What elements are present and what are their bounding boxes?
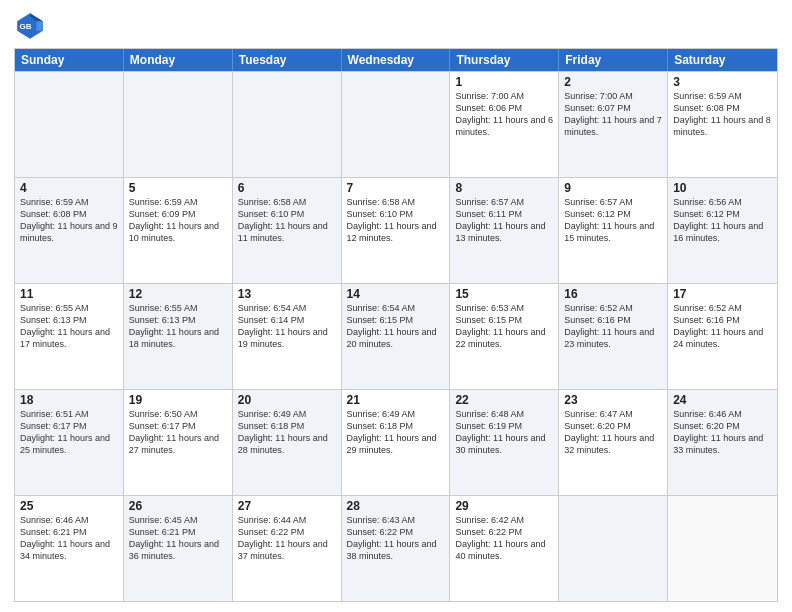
page: GB SundayMondayTuesdayWednesdayThursdayF… xyxy=(0,0,792,612)
day-number: 29 xyxy=(455,499,553,513)
day-cell-18: 18Sunrise: 6:51 AM Sunset: 6:17 PM Dayli… xyxy=(15,390,124,495)
day-number: 7 xyxy=(347,181,445,195)
calendar-header: SundayMondayTuesdayWednesdayThursdayFrid… xyxy=(15,49,777,71)
day-header-saturday: Saturday xyxy=(668,49,777,71)
calendar-row-2: 11Sunrise: 6:55 AM Sunset: 6:13 PM Dayli… xyxy=(15,283,777,389)
day-info: Sunrise: 6:42 AM Sunset: 6:22 PM Dayligh… xyxy=(455,514,553,563)
calendar-row-1: 4Sunrise: 6:59 AM Sunset: 6:08 PM Daylig… xyxy=(15,177,777,283)
day-info: Sunrise: 6:49 AM Sunset: 6:18 PM Dayligh… xyxy=(238,408,336,457)
day-info: Sunrise: 6:58 AM Sunset: 6:10 PM Dayligh… xyxy=(347,196,445,245)
day-cell-10: 10Sunrise: 6:56 AM Sunset: 6:12 PM Dayli… xyxy=(668,178,777,283)
day-cell-23: 23Sunrise: 6:47 AM Sunset: 6:20 PM Dayli… xyxy=(559,390,668,495)
day-header-friday: Friday xyxy=(559,49,668,71)
day-number: 28 xyxy=(347,499,445,513)
logo: GB xyxy=(14,10,50,42)
day-cell-16: 16Sunrise: 6:52 AM Sunset: 6:16 PM Dayli… xyxy=(559,284,668,389)
day-info: Sunrise: 6:47 AM Sunset: 6:20 PM Dayligh… xyxy=(564,408,662,457)
empty-cell-0-2 xyxy=(233,72,342,177)
day-info: Sunrise: 6:54 AM Sunset: 6:15 PM Dayligh… xyxy=(347,302,445,351)
day-number: 26 xyxy=(129,499,227,513)
day-cell-17: 17Sunrise: 6:52 AM Sunset: 6:16 PM Dayli… xyxy=(668,284,777,389)
day-info: Sunrise: 6:57 AM Sunset: 6:12 PM Dayligh… xyxy=(564,196,662,245)
day-info: Sunrise: 6:58 AM Sunset: 6:10 PM Dayligh… xyxy=(238,196,336,245)
day-cell-9: 9Sunrise: 6:57 AM Sunset: 6:12 PM Daylig… xyxy=(559,178,668,283)
day-info: Sunrise: 6:45 AM Sunset: 6:21 PM Dayligh… xyxy=(129,514,227,563)
header: GB xyxy=(14,10,778,42)
day-info: Sunrise: 6:51 AM Sunset: 6:17 PM Dayligh… xyxy=(20,408,118,457)
day-cell-8: 8Sunrise: 6:57 AM Sunset: 6:11 PM Daylig… xyxy=(450,178,559,283)
day-info: Sunrise: 6:57 AM Sunset: 6:11 PM Dayligh… xyxy=(455,196,553,245)
day-number: 22 xyxy=(455,393,553,407)
day-cell-20: 20Sunrise: 6:49 AM Sunset: 6:18 PM Dayli… xyxy=(233,390,342,495)
day-header-wednesday: Wednesday xyxy=(342,49,451,71)
day-info: Sunrise: 7:00 AM Sunset: 6:06 PM Dayligh… xyxy=(455,90,553,139)
day-info: Sunrise: 6:52 AM Sunset: 6:16 PM Dayligh… xyxy=(564,302,662,351)
day-cell-14: 14Sunrise: 6:54 AM Sunset: 6:15 PM Dayli… xyxy=(342,284,451,389)
day-info: Sunrise: 6:59 AM Sunset: 6:08 PM Dayligh… xyxy=(673,90,772,139)
day-number: 17 xyxy=(673,287,772,301)
day-info: Sunrise: 6:50 AM Sunset: 6:17 PM Dayligh… xyxy=(129,408,227,457)
svg-text:GB: GB xyxy=(20,22,32,31)
calendar-body: 1Sunrise: 7:00 AM Sunset: 6:06 PM Daylig… xyxy=(15,71,777,601)
day-cell-15: 15Sunrise: 6:53 AM Sunset: 6:15 PM Dayli… xyxy=(450,284,559,389)
day-cell-2: 2Sunrise: 7:00 AM Sunset: 6:07 PM Daylig… xyxy=(559,72,668,177)
day-cell-7: 7Sunrise: 6:58 AM Sunset: 6:10 PM Daylig… xyxy=(342,178,451,283)
day-cell-5: 5Sunrise: 6:59 AM Sunset: 6:09 PM Daylig… xyxy=(124,178,233,283)
day-info: Sunrise: 6:46 AM Sunset: 6:20 PM Dayligh… xyxy=(673,408,772,457)
day-number: 11 xyxy=(20,287,118,301)
day-number: 6 xyxy=(238,181,336,195)
day-number: 16 xyxy=(564,287,662,301)
day-cell-19: 19Sunrise: 6:50 AM Sunset: 6:17 PM Dayli… xyxy=(124,390,233,495)
day-number: 21 xyxy=(347,393,445,407)
day-cell-13: 13Sunrise: 6:54 AM Sunset: 6:14 PM Dayli… xyxy=(233,284,342,389)
day-number: 15 xyxy=(455,287,553,301)
day-number: 2 xyxy=(564,75,662,89)
day-number: 8 xyxy=(455,181,553,195)
day-cell-27: 27Sunrise: 6:44 AM Sunset: 6:22 PM Dayli… xyxy=(233,496,342,601)
day-cell-11: 11Sunrise: 6:55 AM Sunset: 6:13 PM Dayli… xyxy=(15,284,124,389)
day-info: Sunrise: 6:56 AM Sunset: 6:12 PM Dayligh… xyxy=(673,196,772,245)
day-number: 23 xyxy=(564,393,662,407)
day-number: 24 xyxy=(673,393,772,407)
day-cell-12: 12Sunrise: 6:55 AM Sunset: 6:13 PM Dayli… xyxy=(124,284,233,389)
day-info: Sunrise: 6:53 AM Sunset: 6:15 PM Dayligh… xyxy=(455,302,553,351)
day-number: 4 xyxy=(20,181,118,195)
day-number: 19 xyxy=(129,393,227,407)
day-info: Sunrise: 6:59 AM Sunset: 6:08 PM Dayligh… xyxy=(20,196,118,245)
calendar-row-3: 18Sunrise: 6:51 AM Sunset: 6:17 PM Dayli… xyxy=(15,389,777,495)
day-number: 27 xyxy=(238,499,336,513)
day-number: 25 xyxy=(20,499,118,513)
day-info: Sunrise: 6:44 AM Sunset: 6:22 PM Dayligh… xyxy=(238,514,336,563)
day-header-thursday: Thursday xyxy=(450,49,559,71)
day-header-monday: Monday xyxy=(124,49,233,71)
day-number: 18 xyxy=(20,393,118,407)
day-header-sunday: Sunday xyxy=(15,49,124,71)
day-number: 20 xyxy=(238,393,336,407)
day-cell-4: 4Sunrise: 6:59 AM Sunset: 6:08 PM Daylig… xyxy=(15,178,124,283)
day-number: 5 xyxy=(129,181,227,195)
day-info: Sunrise: 6:46 AM Sunset: 6:21 PM Dayligh… xyxy=(20,514,118,563)
day-header-tuesday: Tuesday xyxy=(233,49,342,71)
day-cell-26: 26Sunrise: 6:45 AM Sunset: 6:21 PM Dayli… xyxy=(124,496,233,601)
day-info: Sunrise: 7:00 AM Sunset: 6:07 PM Dayligh… xyxy=(564,90,662,139)
calendar-row-4: 25Sunrise: 6:46 AM Sunset: 6:21 PM Dayli… xyxy=(15,495,777,601)
calendar: SundayMondayTuesdayWednesdayThursdayFrid… xyxy=(14,48,778,602)
day-info: Sunrise: 6:59 AM Sunset: 6:09 PM Dayligh… xyxy=(129,196,227,245)
day-cell-6: 6Sunrise: 6:58 AM Sunset: 6:10 PM Daylig… xyxy=(233,178,342,283)
svg-marker-2 xyxy=(36,21,42,31)
day-info: Sunrise: 6:52 AM Sunset: 6:16 PM Dayligh… xyxy=(673,302,772,351)
empty-cell-0-0 xyxy=(15,72,124,177)
day-info: Sunrise: 6:55 AM Sunset: 6:13 PM Dayligh… xyxy=(129,302,227,351)
day-cell-1: 1Sunrise: 7:00 AM Sunset: 6:06 PM Daylig… xyxy=(450,72,559,177)
logo-icon: GB xyxy=(14,10,46,42)
calendar-row-0: 1Sunrise: 7:00 AM Sunset: 6:06 PM Daylig… xyxy=(15,71,777,177)
day-number: 10 xyxy=(673,181,772,195)
day-number: 14 xyxy=(347,287,445,301)
day-number: 1 xyxy=(455,75,553,89)
day-info: Sunrise: 6:48 AM Sunset: 6:19 PM Dayligh… xyxy=(455,408,553,457)
day-info: Sunrise: 6:55 AM Sunset: 6:13 PM Dayligh… xyxy=(20,302,118,351)
day-number: 3 xyxy=(673,75,772,89)
empty-cell-4-6 xyxy=(668,496,777,601)
empty-cell-0-3 xyxy=(342,72,451,177)
day-number: 12 xyxy=(129,287,227,301)
